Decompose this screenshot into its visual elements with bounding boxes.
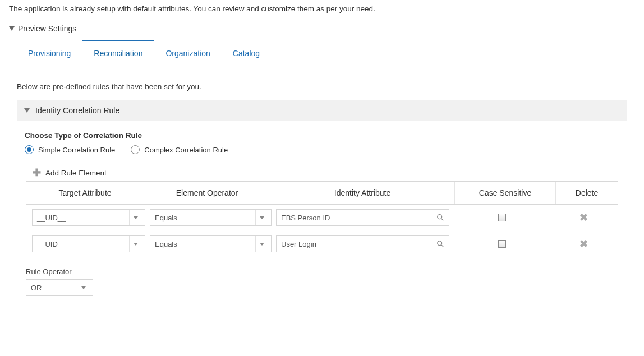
case-sensitive-checkbox[interactable] xyxy=(498,214,506,221)
tab-reconciliation[interactable]: Reconciliation xyxy=(82,40,154,66)
identity-attribute-value: User Login xyxy=(281,240,316,248)
identity-correlation-panel: Identity Correlation Rule xyxy=(17,100,627,121)
panel-title: Identity Correlation Rule xyxy=(35,106,119,115)
header-identity-attribute: Identity Attribute xyxy=(270,182,455,204)
svg-point-0 xyxy=(438,215,442,219)
chevron-down-icon xyxy=(255,210,268,225)
tab-organization[interactable]: Organization xyxy=(154,40,221,66)
rule-operator-block: Rule Operator OR xyxy=(26,267,635,296)
intro-text: The application is already setup with de… xyxy=(9,4,635,13)
element-operator-select[interactable]: Equals xyxy=(150,209,272,226)
target-attribute-select[interactable]: __UID__ xyxy=(32,209,145,226)
element-operator-value: Equals xyxy=(155,214,177,222)
tabs: Provisioning Reconciliation Organization… xyxy=(17,40,635,67)
choose-type-label: Choose Type of Correlation Rule xyxy=(25,131,635,140)
svg-line-1 xyxy=(441,219,444,221)
chevron-down-icon xyxy=(129,236,141,252)
rules-subtext: Below are pre-defined rules that have be… xyxy=(17,82,635,91)
rule-operator-value: OR xyxy=(31,284,42,292)
radio-simple-correlation[interactable]: Simple Correlation Rule xyxy=(25,145,115,154)
identity-attribute-field[interactable]: EBS Person ID xyxy=(276,209,449,226)
case-sensitive-checkbox[interactable] xyxy=(498,240,506,248)
delete-row-button[interactable]: ✖ xyxy=(555,239,612,249)
target-attribute-value: __UID__ xyxy=(37,240,66,248)
chevron-down-icon xyxy=(77,280,89,295)
chevron-down-icon xyxy=(129,210,141,225)
header-target-attribute: Target Attribute xyxy=(26,182,144,204)
table-row: __UID__ Equals EBS Person ID ✖ xyxy=(26,205,618,230)
radio-complex-label: Complex Correlation Rule xyxy=(144,146,228,154)
plus-icon: ✚ xyxy=(33,168,41,178)
rules-table-header: Target Attribute Element Operator Identi… xyxy=(26,182,618,205)
search-icon[interactable] xyxy=(436,240,444,248)
add-rule-element-button[interactable]: ✚ Add Rule Element xyxy=(33,168,635,178)
svg-line-3 xyxy=(441,245,444,247)
identity-attribute-value: EBS Person ID xyxy=(281,214,330,222)
correlation-type-radios: Simple Correlation Rule Complex Correlat… xyxy=(25,145,635,154)
tab-catalog[interactable]: Catalog xyxy=(222,40,271,66)
element-operator-select[interactable]: Equals xyxy=(150,235,272,252)
header-delete: Delete xyxy=(556,182,618,204)
tab-provisioning[interactable]: Provisioning xyxy=(17,40,82,66)
chevron-down-icon xyxy=(255,236,268,252)
header-case-sensitive: Case Sensitive xyxy=(455,182,556,204)
delete-row-button[interactable]: ✖ xyxy=(555,212,612,223)
radio-complex-correlation[interactable]: Complex Correlation Rule xyxy=(131,145,228,154)
preview-settings-label: Preview Settings xyxy=(18,24,76,33)
chevron-down-icon xyxy=(24,108,30,113)
search-icon[interactable] xyxy=(436,214,444,221)
rule-operator-label: Rule Operator xyxy=(26,267,635,276)
header-element-operator: Element Operator xyxy=(144,182,270,204)
identity-correlation-header[interactable]: Identity Correlation Rule xyxy=(17,100,627,121)
identity-attribute-field[interactable]: User Login xyxy=(276,235,449,252)
table-row: __UID__ Equals User Login ✖ xyxy=(26,230,618,257)
preview-settings-header[interactable]: Preview Settings xyxy=(9,24,635,33)
radio-icon xyxy=(25,145,34,154)
rule-operator-select[interactable]: OR xyxy=(26,279,93,296)
radio-icon xyxy=(131,145,140,154)
chevron-down-icon xyxy=(9,26,15,31)
radio-simple-label: Simple Correlation Rule xyxy=(38,146,115,154)
svg-point-2 xyxy=(438,241,442,246)
target-attribute-select[interactable]: __UID__ xyxy=(32,235,145,252)
element-operator-value: Equals xyxy=(155,240,177,248)
rules-table: Target Attribute Element Operator Identi… xyxy=(26,181,618,257)
target-attribute-value: __UID__ xyxy=(37,214,66,222)
add-rule-element-label: Add Rule Element xyxy=(45,169,107,177)
